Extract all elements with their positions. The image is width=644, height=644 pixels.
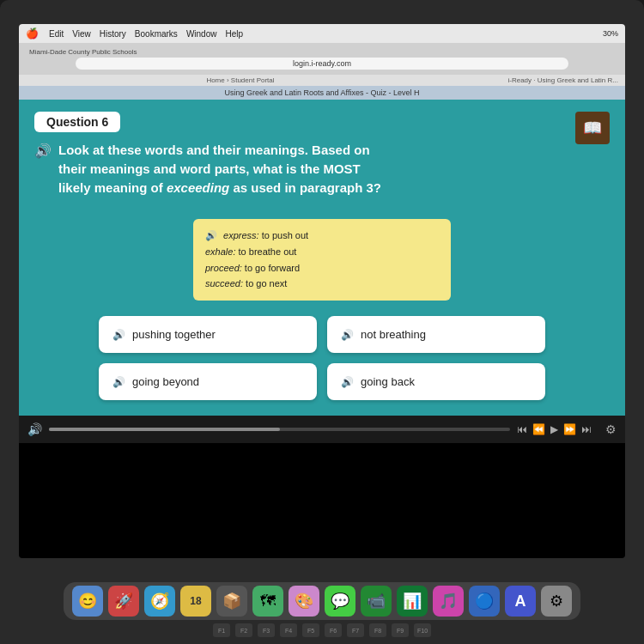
key-f5: F5	[302, 623, 319, 637]
toolbar-speaker-icon[interactable]: 🔊	[27, 422, 42, 436]
dock-colorpicker[interactable]: 🎨	[289, 586, 319, 617]
quiz-content: 📖 Question 6 🔊 Look at these words and t…	[19, 100, 625, 416]
answer-grid: 🔊 pushing together 🔊 not breathing 🔊 goi…	[99, 316, 545, 400]
answer-3-speaker: 🔊	[341, 376, 354, 388]
toolbar-skip-forward[interactable]: ⏭	[581, 423, 592, 435]
dock-messages[interactable]: 💬	[325, 586, 355, 617]
dock-photos[interactable]: 18	[180, 586, 211, 617]
quiz-toolbar: 🔊 ⏮ ⏪ ▶ ⏩ ⏭ ⚙	[19, 416, 625, 443]
dock-safari[interactable]: 🧭	[144, 586, 175, 617]
progress-bar	[49, 428, 510, 431]
dock-finder[interactable]: 😊	[72, 586, 103, 617]
quiz-title-bar: Using Greek and Latin Roots and Affixes …	[19, 86, 625, 100]
dock-maps[interactable]: 🗺	[252, 586, 283, 617]
menu-items: Edit View History Bookmarks Window Help	[49, 29, 243, 39]
dock: 😊 🚀 🧭 18 📦 🗺 🎨 💬 📹 📊 🎵 🔵 A ⚙	[64, 582, 580, 620]
answer-pushing-together[interactable]: 🔊 pushing together	[99, 316, 317, 353]
key-f3: F3	[258, 623, 275, 637]
answer-2-speaker: 🔊	[112, 376, 125, 388]
laptop-screen: 🍎 Edit View History Bookmarks Window Hel…	[19, 24, 625, 558]
menu-right-icons: 30%	[603, 29, 618, 38]
book-icon[interactable]: 📖	[575, 112, 610, 144]
answer-1-speaker: 🔊	[341, 329, 354, 341]
dock-numbers[interactable]: 📊	[397, 586, 428, 617]
menu-edit[interactable]: Edit	[49, 29, 64, 39]
dock-appstore[interactable]: A	[505, 586, 536, 617]
dock-facetime[interactable]: 📹	[361, 586, 392, 617]
toolbar-forward[interactable]: ⏩	[563, 423, 576, 435]
key-f1: F1	[213, 623, 230, 637]
answer-going-beyond[interactable]: 🔊 going beyond	[99, 363, 317, 400]
dock-systemprefs[interactable]: ⚙	[541, 586, 572, 617]
hint-line-3: succeed: to go next	[205, 278, 287, 289]
browser-url-bar[interactable]: login.i-ready.com	[76, 58, 568, 70]
key-f9: F9	[392, 623, 409, 637]
dock-apps[interactable]: 📦	[216, 586, 247, 617]
answer-0-speaker: 🔊	[112, 329, 125, 341]
hint-box: 🔊 express: to push out exhale: to breath…	[193, 219, 451, 301]
toolbar-rewind[interactable]: ⏪	[532, 423, 545, 435]
menu-help[interactable]: Help	[225, 29, 243, 39]
hint-speaker-icon[interactable]: 🔊	[205, 230, 217, 240]
dock-itunes[interactable]: 🎵	[433, 586, 464, 617]
toolbar-controls: ⏮ ⏪ ▶ ⏩ ⏭	[517, 423, 592, 435]
dock-launchpad[interactable]: 🚀	[108, 586, 139, 617]
menu-history[interactable]: History	[100, 29, 126, 39]
toolbar-play[interactable]: ▶	[550, 423, 558, 435]
browser-tabs: Miami-Dade County Public Schools	[24, 46, 620, 56]
menu-window[interactable]: Window	[186, 29, 217, 39]
browser-chrome: Miami-Dade County Public Schools login.i…	[19, 43, 625, 75]
browser-tab-left[interactable]: Miami-Dade County Public Schools	[29, 48, 137, 56]
key-f10: F10	[414, 623, 431, 637]
browser-breadcrumb: Home › Student Portal i-Ready · Using Gr…	[19, 75, 625, 86]
question-speaker-icon[interactable]: 🔊	[34, 143, 52, 159]
hint-line-2: proceed: to go forward	[205, 263, 300, 273]
apple-menu[interactable]: 🍎	[26, 27, 39, 39]
key-f2: F2	[235, 623, 252, 637]
menu-view[interactable]: View	[72, 29, 91, 39]
toolbar-skip-back[interactable]: ⏮	[517, 423, 527, 435]
question-text: Look at these words and their meanings. …	[58, 141, 424, 197]
question-label: Question 6	[34, 112, 610, 141]
answer-going-back[interactable]: 🔊 going back	[327, 363, 545, 400]
keyboard-row: F1 F2 F3 F4 F5 F6 F7 F8 F9 F10	[0, 620, 644, 641]
laptop-bezel: 🍎 Edit View History Bookmarks Window Hel…	[0, 0, 644, 644]
key-f4: F4	[280, 623, 297, 637]
answer-not-breathing[interactable]: 🔊 not breathing	[327, 316, 545, 353]
dock-browser[interactable]: 🔵	[469, 586, 500, 617]
menu-bookmarks[interactable]: Bookmarks	[135, 29, 178, 39]
iready-link[interactable]: i-Ready · Using Greek and Latin R...	[507, 76, 618, 84]
key-f7: F7	[347, 623, 364, 637]
key-f6: F6	[325, 623, 342, 637]
hint-line-0: express: to push out	[223, 230, 308, 240]
hint-line-1: exhale: to breathe out	[205, 246, 296, 257]
toolbar-settings[interactable]: ⚙	[605, 422, 617, 436]
key-f8: F8	[369, 623, 386, 637]
mac-menu-bar: 🍎 Edit View History Bookmarks Window Hel…	[19, 24, 625, 43]
progress-fill	[49, 428, 280, 431]
